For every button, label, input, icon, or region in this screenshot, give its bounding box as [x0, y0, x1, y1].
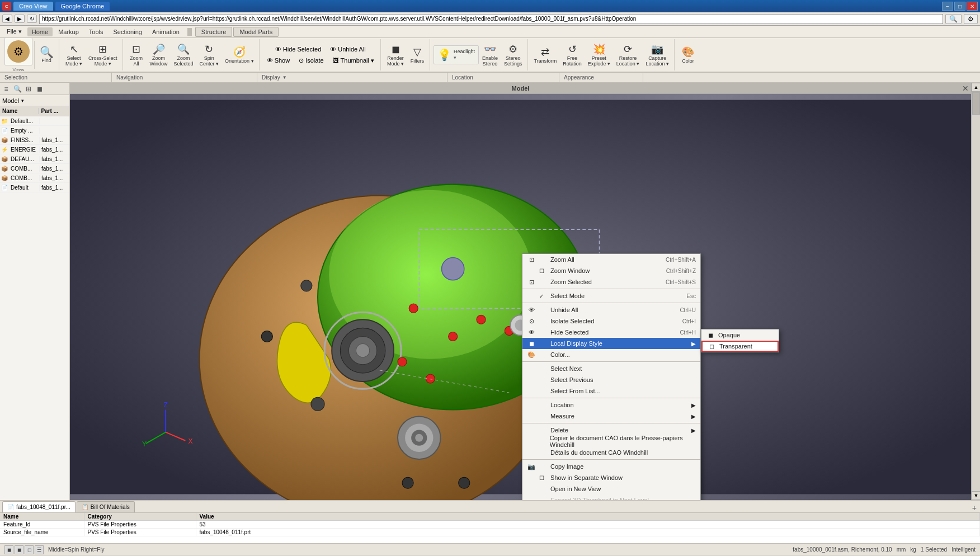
- ctx-item-isolate-selected[interactable]: ⊙ Isolate Selected Ctrl+I: [522, 315, 700, 327]
- submenu-item-opaque[interactable]: ◼ Opaque: [701, 329, 779, 341]
- ctx-item-select-previous[interactable]: Select Previous: [522, 374, 700, 385]
- ctx-item-local-display-style[interactable]: ◼ Local Display Style ▶: [522, 338, 700, 349]
- list-item[interactable]: ⚡ ENERGIE fabs_1...: [0, 145, 69, 154]
- svg-point-23: [311, 397, 324, 411]
- submenu-item-transparent[interactable]: ◻ Transparent: [701, 341, 779, 352]
- scroll-down-button[interactable]: ▼: [972, 491, 980, 500]
- hide-selected-button[interactable]: 👁 Hide Selected: [271, 44, 326, 54]
- thumbnail-btn[interactable]: ⚙: [4, 38, 32, 65]
- menu-home[interactable]: Home: [27, 27, 53, 36]
- spin-center-button[interactable]: ↻ SpinCenter ▾: [197, 41, 222, 69]
- menu-tools[interactable]: Tools: [84, 27, 108, 36]
- viewport[interactable]: Model ✕: [70, 83, 971, 500]
- list-item[interactable]: 📦 DEFAU... fabs_1...: [0, 154, 69, 164]
- mode-status: Intelligent: [951, 546, 976, 553]
- right-scrollbar[interactable]: ▲ ▼: [971, 83, 980, 500]
- zoom-window-button[interactable]: 🔎 ZoomWindow: [147, 41, 171, 69]
- ctx-item-measure[interactable]: Measure ▶: [522, 411, 700, 422]
- select-mode-button[interactable]: ↖ SelectMode ▾: [63, 41, 85, 69]
- tab-creo-view[interactable]: Creo View: [13, 2, 53, 11]
- scroll-thumb[interactable]: [972, 92, 980, 115]
- enable-stereo-button[interactable]: 👓 EnableStereo: [479, 41, 501, 69]
- ctx-item-show-separate[interactable]: ☐ Show in Separate Window: [522, 472, 700, 483]
- zoom-selected-button[interactable]: 🔍 ZoomSelected: [171, 41, 196, 69]
- tab-bom[interactable]: 📋 Bill Of Materials: [77, 501, 135, 512]
- list-item[interactable]: 📦 FINISS... fabs_1...: [0, 135, 69, 145]
- find-button[interactable]: 🔍 Find: [36, 45, 56, 65]
- tab-model-parts[interactable]: Model Parts: [233, 27, 279, 37]
- tab-bom-icon: 📋: [82, 504, 88, 510]
- filters-button[interactable]: ▽ Filters: [407, 44, 427, 66]
- free-rotation-button[interactable]: ↺ FreeRotation: [560, 41, 585, 69]
- panel-grid-icon[interactable]: ⊞: [23, 84, 34, 94]
- tab-structure[interactable]: Structure: [195, 27, 233, 37]
- menu-sectioning[interactable]: Sectioning: [109, 27, 147, 36]
- ctx-item-zoom-selected[interactable]: ⊡ Zoom Selected Ctrl+Shift+S: [522, 276, 700, 288]
- list-item[interactable]: 📁 Default...: [0, 116, 69, 126]
- ctx-item-details-cad[interactable]: Détails du document CAO Windchill: [522, 447, 700, 458]
- viewport-close-button[interactable]: ✕: [962, 84, 969, 93]
- forward-button[interactable]: ▶: [15, 15, 25, 23]
- ctx-item-zoom-window[interactable]: ☐ Zoom Window Ctrl+Shift+Z: [522, 265, 700, 276]
- status-icon-2[interactable]: ◼: [15, 545, 23, 554]
- ctx-item-select-next[interactable]: Select Next: [522, 363, 700, 374]
- panel-display-icon[interactable]: ◼: [35, 84, 45, 94]
- url-input[interactable]: [39, 14, 943, 24]
- list-item[interactable]: 📄 Default fabs_1...: [0, 183, 69, 192]
- ctx-item-delete[interactable]: Delete ▶: [522, 425, 700, 436]
- maximize-button[interactable]: □: [954, 2, 965, 11]
- views-group: ⚙ Views 🔍 Find: [2, 39, 59, 70]
- thumbnail-small-button[interactable]: 🖼 Thumbnail ▾: [329, 55, 378, 66]
- ctx-item-unhide-all[interactable]: 👁 Unhide All Ctrl+U: [522, 304, 700, 315]
- headlight-button[interactable]: 💡 Headlight ▾: [434, 45, 479, 64]
- panel-search-icon[interactable]: 🔍: [12, 84, 22, 94]
- tab-bom-label: Bill Of Materials: [91, 504, 130, 510]
- settings-icon[interactable]: ⚙: [964, 14, 978, 24]
- status-icon-4[interactable]: ☰: [35, 545, 44, 554]
- ctx-item-select-mode[interactable]: ✓ Select Mode Esc: [522, 290, 700, 301]
- list-item[interactable]: 📄 Empty ...: [0, 126, 69, 135]
- ctx-item-copy-cad[interactable]: Copier le document CAO dans le Presse-pa…: [522, 436, 700, 447]
- add-tab-button[interactable]: +: [969, 503, 980, 512]
- menu-animation[interactable]: Animation: [148, 27, 184, 36]
- ctx-item-color[interactable]: 🎨 Color...: [522, 349, 700, 360]
- ctx-item-open-new-view[interactable]: Open in New View: [522, 483, 700, 494]
- capture-location-button[interactable]: 📷 CaptureLocation ▾: [643, 41, 672, 69]
- color-button[interactable]: 🎨 Color: [678, 44, 698, 66]
- unhide-all-button[interactable]: 👁 Unhide All: [326, 44, 370, 54]
- menu-markup[interactable]: Markup: [54, 27, 83, 36]
- table-row[interactable]: Feature_Id PVS File Properties 53: [0, 521, 980, 529]
- show-button[interactable]: 👁 Show: [263, 55, 294, 66]
- minimize-button[interactable]: −: [942, 2, 953, 11]
- menu-file[interactable]: File ▾: [2, 27, 26, 36]
- ctx-item-select-from-list[interactable]: Select From List...: [522, 385, 700, 397]
- panel-menu-icon[interactable]: ≡: [1, 84, 11, 94]
- status-icon-3[interactable]: ◻: [25, 545, 34, 554]
- refresh-button[interactable]: ↻: [27, 15, 37, 23]
- list-item[interactable]: 📦 COMB... fabs_1...: [0, 164, 69, 173]
- close-button[interactable]: ✕: [967, 2, 978, 11]
- zoom-all-button[interactable]: ⊡ ZoomAll: [126, 41, 147, 69]
- ctx-item-location[interactable]: Location ▶: [522, 399, 700, 411]
- restore-location-button[interactable]: ⟳ RestoreLocation ▾: [614, 41, 643, 69]
- tab-chrome[interactable]: Google Chrome: [55, 2, 110, 11]
- ctx-item-hide-selected[interactable]: 👁 Hide Selected Ctrl+H: [522, 327, 700, 338]
- isolate-button[interactable]: ⊙ Isolate: [295, 55, 327, 66]
- render-mode-button[interactable]: ◼ RenderMode ▾: [384, 41, 407, 69]
- scroll-up-button[interactable]: ▲: [972, 83, 980, 92]
- cross-select-button[interactable]: ⊞ Cross-SelectMode ▾: [86, 41, 120, 69]
- status-icon-1[interactable]: ◼: [4, 545, 13, 554]
- table-row[interactable]: Source_file_name PVS File Properties fab…: [0, 529, 980, 536]
- preset-explode-button[interactable]: 💥 PresetExplode ▾: [585, 41, 613, 69]
- tab-properties[interactable]: 📄 fabs_10048_011f.pr...: [2, 501, 76, 512]
- ctx-item-zoom-all[interactable]: ⊡ Zoom All Ctrl+Shift+A: [522, 254, 700, 265]
- tree-item-name: ENERGIE: [10, 147, 40, 153]
- model-dropdown-icon[interactable]: ▾: [21, 98, 24, 103]
- transform-button[interactable]: ⇄ Transform: [531, 44, 560, 66]
- list-item[interactable]: 📦 COMB... fabs_1...: [0, 173, 69, 183]
- stereo-settings-button[interactable]: ⚙ StereoSettings: [501, 41, 525, 69]
- orientation-button[interactable]: 🧭 Orientation ▾: [222, 44, 257, 66]
- back-button[interactable]: ◀: [2, 15, 12, 23]
- search-icon[interactable]: 🔍: [945, 14, 962, 24]
- ctx-item-copy-image[interactable]: 📷 Copy Image: [522, 461, 700, 472]
